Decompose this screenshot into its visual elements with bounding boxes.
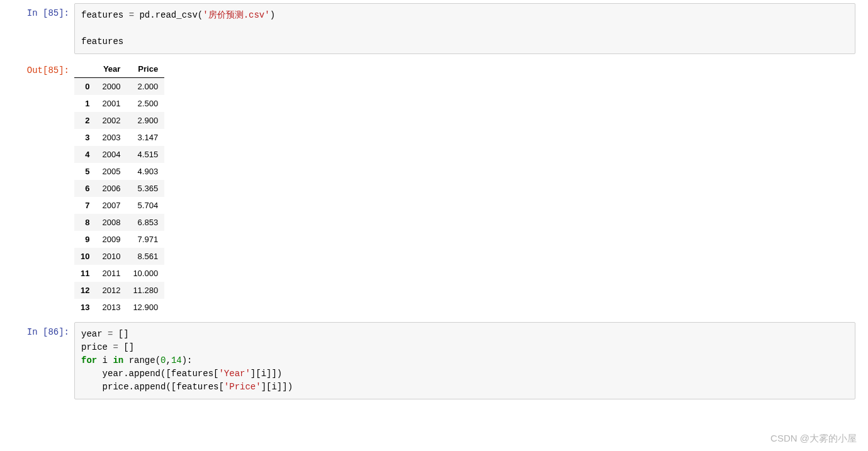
code-input-86[interactable]: year = [] price = [] for i in range(0,14… xyxy=(74,322,855,399)
dataframe-row-index: 7 xyxy=(74,197,96,214)
code-string: 'Price' xyxy=(224,382,261,392)
code-token: ][i]]) xyxy=(261,382,293,392)
dataframe-cell: 4.515 xyxy=(127,146,164,163)
code-token: ][i]]) xyxy=(251,369,282,379)
code-string: 'Year' xyxy=(218,369,250,379)
table-row: 1020108.561 xyxy=(74,248,164,265)
dataframe-cell: 7.971 xyxy=(127,231,164,248)
dataframe-cell: 2004 xyxy=(96,146,127,163)
dataframe-row-index: 11 xyxy=(74,265,96,282)
dataframe-cell: 5.365 xyxy=(127,180,164,197)
dataframe-cell: 6.853 xyxy=(127,214,164,231)
dataframe-cell: 2.900 xyxy=(127,112,164,129)
dataframe-cell: 2009 xyxy=(96,231,127,248)
dataframe-head: Year Price xyxy=(74,60,164,78)
dataframe-row-index: 12 xyxy=(74,282,96,299)
dataframe-body: 020002.000120012.500220022.900320033.147… xyxy=(74,78,164,316)
code-area-85: features = pd.read_csv('房价预测.csv') featu… xyxy=(74,3,868,54)
dataframe-cell: 2002 xyxy=(96,112,127,129)
dataframe-cell: 2007 xyxy=(96,197,127,214)
dataframe-row-index: 2 xyxy=(74,112,96,129)
dataframe-cell: 11.280 xyxy=(127,282,164,299)
dataframe-cell: 10.000 xyxy=(127,265,164,282)
cell-in-86: In [86]: year = [] price = [] for i in r… xyxy=(0,319,868,403)
code-string: '房价预测.csv' xyxy=(203,10,269,20)
code-token: ) xyxy=(270,10,275,20)
table-row: 220022.900 xyxy=(74,112,164,129)
code-keyword: in xyxy=(113,355,128,365)
table-row: 720075.704 xyxy=(74,197,164,214)
table-row: 620065.365 xyxy=(74,180,164,197)
code-token: range( xyxy=(129,355,161,365)
table-row: 420044.515 xyxy=(74,146,164,163)
code-token: year.append([features[ xyxy=(81,369,218,379)
dataframe-cell: 3.147 xyxy=(127,129,164,146)
dataframe-col-header: Year xyxy=(96,60,127,78)
dataframe-cell: 8.561 xyxy=(127,248,164,265)
dataframe-row-index: 4 xyxy=(74,146,96,163)
output-area-85: Year Price 020002.000120012.500220022.90… xyxy=(74,60,868,316)
code-number: 14 xyxy=(171,355,182,365)
prompt-in-85: In [85]: xyxy=(0,3,74,18)
code-input-85[interactable]: features = pd.read_csv('房价预测.csv') featu… xyxy=(74,3,855,54)
dataframe-cell: 2010 xyxy=(96,248,127,265)
code-token: [] xyxy=(118,342,134,352)
table-row: 13201312.900 xyxy=(74,299,164,316)
code-token: pd.read_csv( xyxy=(134,10,203,20)
dataframe-cell: 2.000 xyxy=(127,78,164,96)
dataframe-row-index: 13 xyxy=(74,299,96,316)
dataframe-table: Year Price 020002.000120012.500220022.90… xyxy=(74,60,164,316)
code-token: i xyxy=(103,355,113,365)
dataframe-cell: 2006 xyxy=(96,180,127,197)
code-token: , xyxy=(166,355,171,365)
table-row: 120012.500 xyxy=(74,95,164,112)
code-area-86: year = [] price = [] for i in range(0,14… xyxy=(74,322,868,399)
dataframe-col-header: Price xyxy=(127,60,164,78)
dataframe-row-index: 5 xyxy=(74,163,96,180)
dataframe-cell: 2.500 xyxy=(127,95,164,112)
code-token: price xyxy=(81,342,113,352)
dataframe-corner xyxy=(74,60,96,78)
code-token: year xyxy=(81,329,108,339)
dataframe-row-index: 0 xyxy=(74,78,96,96)
table-row: 520054.903 xyxy=(74,163,164,180)
table-row: 020002.000 xyxy=(74,78,164,96)
prompt-in-86: In [86]: xyxy=(0,322,74,337)
dataframe-row-index: 1 xyxy=(74,95,96,112)
dataframe-cell: 2008 xyxy=(96,214,127,231)
dataframe-cell: 2005 xyxy=(96,163,127,180)
dataframe-row-index: 3 xyxy=(74,129,96,146)
code-token: = xyxy=(113,342,118,352)
dataframe-cell: 12.900 xyxy=(127,299,164,316)
cell-in-85: In [85]: features = pd.read_csv('房价预测.cs… xyxy=(0,0,868,57)
dataframe-cell: 2013 xyxy=(96,299,127,316)
dataframe-row-index: 8 xyxy=(74,214,96,231)
dataframe-row-index: 9 xyxy=(74,231,96,248)
dataframe-row-index: 10 xyxy=(74,248,96,265)
code-token: features xyxy=(81,36,123,47)
dataframe-cell: 2011 xyxy=(96,265,127,282)
dataframe-cell: 2003 xyxy=(96,129,127,146)
table-row: 820086.853 xyxy=(74,214,164,231)
dataframe-header-row: Year Price xyxy=(74,60,164,78)
table-row: 320033.147 xyxy=(74,129,164,146)
code-keyword: for xyxy=(81,355,103,365)
table-row: 920097.971 xyxy=(74,231,164,248)
table-row: 12201211.280 xyxy=(74,282,164,299)
dataframe-row-index: 6 xyxy=(74,180,96,197)
code-token: = xyxy=(129,10,134,20)
dataframe-cell: 2012 xyxy=(96,282,127,299)
table-row: 11201110.000 xyxy=(74,265,164,282)
code-token: features xyxy=(81,10,129,20)
dataframe-cell: 2000 xyxy=(96,78,127,96)
dataframe-cell: 5.704 xyxy=(127,197,164,214)
cell-out-85: Out[85]: Year Price 020002.000120012.500… xyxy=(0,57,868,319)
code-token: [] xyxy=(113,329,128,339)
dataframe-cell: 2001 xyxy=(96,95,127,112)
prompt-out-85: Out[85]: xyxy=(0,60,74,75)
code-token: ): xyxy=(182,355,193,365)
code-token: price.append([features[ xyxy=(81,382,224,392)
dataframe-cell: 4.903 xyxy=(127,163,164,180)
